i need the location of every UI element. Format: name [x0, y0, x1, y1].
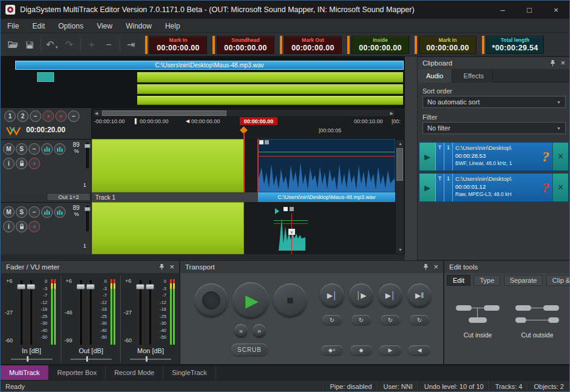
record-mode-button[interactable]: ●: [55, 110, 67, 122]
close-icon[interactable]: ×: [169, 263, 174, 271]
fader-slider-handle[interactable]: [136, 284, 144, 289]
sort-order-select[interactable]: No automatic sort ▼: [422, 96, 566, 108]
track2-info-button[interactable]: i: [3, 221, 15, 232]
fader-slider-track[interactable]: [90, 280, 92, 345]
track1-clip-label-bar[interactable]: C:\Users\nin\Desktop\Maus-48.mp3.wav: [258, 192, 395, 202]
track2-clip-green[interactable]: [92, 202, 244, 254]
save-button[interactable]: [21, 36, 38, 53]
loop-4-button[interactable]: ↻: [410, 315, 429, 325]
pin-icon[interactable]: [423, 263, 429, 271]
menu-help[interactable]: Help: [158, 19, 187, 33]
scroll-left-icon[interactable]: ◀: [95, 111, 98, 116]
menu-edit[interactable]: Edit: [25, 19, 52, 33]
track1-mute-button[interactable]: M: [3, 143, 15, 155]
tab-separate[interactable]: Separate: [504, 275, 543, 286]
pin-icon[interactable]: [159, 263, 165, 271]
redo-button[interactable]: ↷: [61, 36, 78, 53]
collapse-button[interactable]: −: [30, 110, 41, 122]
scroll-right-icon[interactable]: ▶: [390, 111, 393, 116]
track1-meter2-button[interactable]: [54, 143, 66, 155]
loop-2-button[interactable]: ↻: [351, 315, 371, 325]
clip-marker-box[interactable]: v: [288, 229, 295, 235]
track1-collapse-button[interactable]: −: [29, 143, 40, 155]
play-from-cursor-button[interactable]: │▶: [349, 283, 373, 308]
maximize-button[interactable]: □: [516, 1, 543, 19]
overview-clip-row4[interactable]: [137, 96, 403, 105]
play-button[interactable]: ▶: [232, 282, 269, 319]
track2-collapse-button[interactable]: −: [29, 206, 40, 218]
menu-options[interactable]: Options: [52, 19, 90, 33]
track-v-scrollbar[interactable]: ▲ ▼: [395, 139, 404, 254]
tab-edit[interactable]: Edit: [447, 275, 470, 286]
menu-view[interactable]: View: [90, 19, 119, 33]
zoom-out-button[interactable]: −: [100, 36, 117, 53]
playhead-line[interactable]: [243, 132, 245, 192]
clip-handle[interactable]: [259, 140, 263, 144]
overview-clip-row3[interactable]: [137, 84, 403, 94]
clipboard-item[interactable]: ▶ T 1 C:\Users\nin\Desktop\ 00:00:01.12 …: [419, 173, 569, 202]
track-select-1-button[interactable]: 1: [4, 110, 16, 122]
pan-slider[interactable]: [130, 359, 171, 360]
track2-record-button[interactable]: ●: [29, 221, 40, 232]
pan-slider[interactable]: [11, 359, 52, 360]
track1-output-button[interactable]: Out 1+2: [47, 193, 90, 201]
loop-3-button[interactable]: ↻: [381, 315, 400, 325]
track2-gain-slider-handle[interactable]: [84, 207, 90, 211]
remove-clip-button[interactable]: ×: [552, 143, 568, 171]
track1-lock-button[interactable]: [16, 158, 27, 169]
fader-slider-handle[interactable]: [86, 284, 95, 289]
remove-button[interactable]: −: [68, 110, 80, 122]
close-icon[interactable]: ×: [560, 59, 565, 67]
scroll-down-icon[interactable]: ▼: [398, 248, 402, 252]
pan-slider-handle[interactable]: [146, 356, 148, 362]
track2-solo-button[interactable]: S: [16, 206, 27, 218]
tab-audio[interactable]: Audio: [418, 69, 452, 83]
pan-slider-handle[interactable]: [86, 356, 88, 362]
track1-info-button[interactable]: i: [3, 158, 15, 169]
tab-clip-in[interactable]: Clip & In: [546, 275, 570, 286]
track1-solo-button[interactable]: S: [16, 143, 27, 155]
menu-window[interactable]: Window: [119, 19, 158, 33]
track2-meter2-button[interactable]: [54, 206, 66, 218]
pan-slider[interactable]: [70, 359, 112, 360]
fader-slider-track[interactable]: [21, 280, 22, 345]
goto-marker-pill-button[interactable]: ◆: [350, 345, 372, 355]
play-to-mark-button[interactable]: ▶│: [378, 283, 402, 308]
track-select-2-button[interactable]: 2: [17, 110, 29, 122]
menu-file[interactable]: File: [1, 19, 25, 33]
overview-clip-teal[interactable]: [37, 72, 54, 82]
minimize-button[interactable]: –: [489, 1, 516, 19]
track1-gain-slider-handle[interactable]: [84, 144, 90, 148]
filter-select[interactable]: No filter ▼: [422, 122, 566, 134]
track2-lock-button[interactable]: [16, 221, 27, 232]
close-button[interactable]: ×: [543, 1, 569, 19]
fader-slider-handle[interactable]: [17, 284, 25, 289]
rewind-button[interactable]: «: [234, 324, 248, 337]
fader-slider-handle[interactable]: [27, 284, 35, 289]
clip-handle[interactable]: [283, 207, 288, 211]
goto-marker-button[interactable]: ⇥: [123, 36, 140, 53]
clip-handle[interactable]: [265, 140, 269, 144]
clip-handle[interactable]: [290, 207, 294, 211]
next-marker-button[interactable]: ▶: [379, 345, 401, 355]
fader-slider-track[interactable]: [140, 280, 141, 345]
tab-singletrack[interactable]: SingleTrack: [163, 365, 216, 380]
clipboard-item[interactable]: ▶ T 1 C:\Users\nin\Desktop\ 00:00:28.53 …: [419, 142, 569, 171]
cut-outside-button[interactable]: Cut outside: [509, 292, 566, 341]
stop-button[interactable]: ■: [273, 283, 307, 317]
track2-mute-button[interactable]: M: [3, 206, 15, 218]
fader-slider-track[interactable]: [80, 280, 82, 345]
open-file-button[interactable]: [4, 36, 21, 53]
tab-record-mode[interactable]: Record Mode: [106, 365, 163, 380]
track1-record-button[interactable]: ●: [29, 158, 40, 169]
loop-1-button[interactable]: ↻: [322, 315, 342, 325]
zoom-in-button[interactable]: +: [83, 36, 100, 53]
v-scroll-thumb[interactable]: [396, 148, 403, 181]
scrub-button[interactable]: SCRUB: [231, 343, 268, 356]
close-icon[interactable]: ×: [433, 263, 438, 271]
tab-effects[interactable]: Effects: [455, 69, 493, 83]
play-clip-button[interactable]: ▶: [419, 143, 435, 171]
tab-type[interactable]: Type: [473, 275, 500, 286]
overview-clip-row2[interactable]: [137, 72, 403, 83]
scroll-up-icon[interactable]: ▲: [398, 141, 402, 146]
